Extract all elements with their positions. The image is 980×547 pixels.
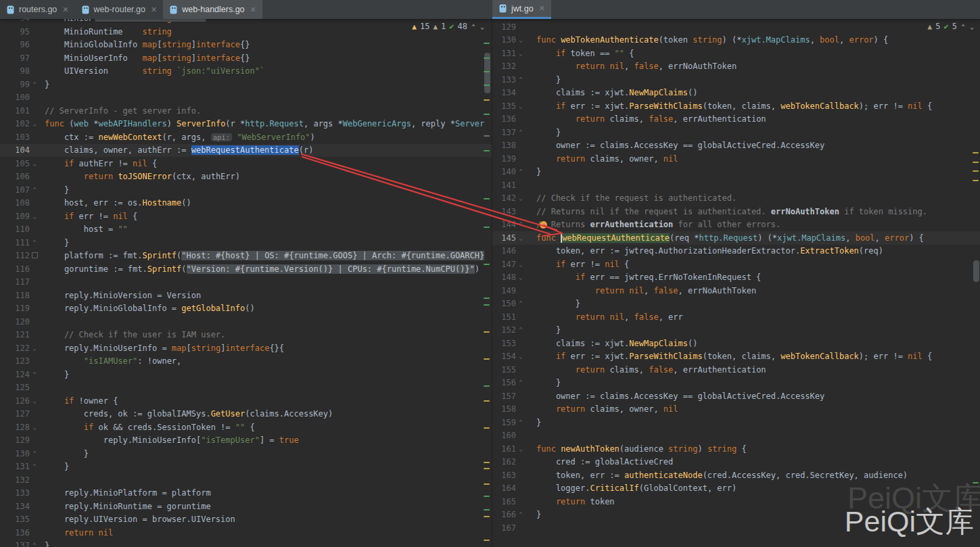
code-line[interactable]: 138 owner := claims.AccessKey == globalA…	[492, 139, 980, 153]
fold-marker[interactable]: ⌄	[516, 446, 526, 452]
code-text[interactable]: }	[536, 299, 980, 308]
code-line[interactable]: 129 reply.MinioUserInfo["isTempUser"] = …	[0, 434, 492, 448]
code-text[interactable]: MinioUserInfo map[string]interface{}	[45, 53, 492, 63]
error-stripe-mark[interactable]	[484, 71, 490, 72]
fold-marker[interactable]: ⌄	[516, 195, 526, 201]
code-line[interactable]: 154⌄ if err := xjwt.ParseWithClaims(toke…	[492, 350, 980, 364]
code-text[interactable]: }	[536, 128, 980, 137]
line-number[interactable]: 96	[0, 40, 30, 49]
code-line[interactable]: 122⌄ reply.MinioUserInfo = map[string]in…	[0, 341, 492, 355]
code-line[interactable]: 133 reply.MinioPlatform = platform	[0, 487, 492, 500]
code-text[interactable]: // ServerInfo - get server info.	[45, 106, 492, 116]
fold-marker[interactable]: ⌄	[30, 160, 39, 167]
code-text[interactable]: "isIAMUser": !owner,	[45, 356, 492, 366]
line-number[interactable]: 145	[492, 233, 516, 243]
error-stripe-mark[interactable]	[484, 462, 490, 463]
code-text[interactable]: return claims, owner, nil	[536, 154, 980, 164]
code-text[interactable]: platform := fmt.Sprintf("Host: #{host} |…	[45, 251, 492, 260]
line-number[interactable]: 165	[492, 497, 516, 506]
line-number[interactable]: 110	[0, 224, 30, 234]
code-text[interactable]: // Check if the user is IAM user.	[45, 330, 492, 339]
code-line[interactable]: 149 return nil, false, errNoAuthToken	[492, 284, 980, 298]
scrollbar-thumb-right[interactable]	[973, 260, 979, 282]
code-line[interactable]: 110 host = ""	[0, 223, 492, 237]
code-line[interactable]: 166⌃}	[492, 508, 980, 522]
tab-web-router-go[interactable]: web-router.go ✕	[75, 0, 164, 19]
bookmark-dot-icon[interactable]	[540, 221, 547, 229]
code-line[interactable]: 130⌄func webTokenAuthenticate(token stri…	[492, 34, 980, 47]
code-line[interactable]: 155 return claims, false, errAuthenticat…	[492, 363, 980, 377]
error-stripe-mark[interactable]	[973, 170, 979, 172]
line-number[interactable]: 159	[492, 418, 516, 427]
code-line[interactable]: 146 token, err := jwtreq.AuthorizationHe…	[492, 245, 980, 258]
error-stripe-mark[interactable]	[484, 358, 490, 360]
line-number[interactable]: 99	[0, 80, 30, 89]
fold-marker[interactable]: ⌃	[516, 300, 526, 307]
fold-marker[interactable]: ⌃	[30, 371, 39, 378]
error-stripe-mark[interactable]	[484, 135, 490, 137]
code-line[interactable]: 134 reply.MinioRuntime = goruntime	[0, 500, 492, 513]
code-line[interactable]: 129	[492, 20, 980, 34]
line-number[interactable]: 129	[0, 435, 30, 445]
code-text[interactable]: return claims, false, errAuthentication	[536, 365, 980, 375]
line-number[interactable]: 130	[492, 35, 516, 45]
line-number[interactable]: 119	[0, 304, 30, 313]
code-line[interactable]: 164 logger.CriticalIf(GlobalContext, err…	[492, 482, 980, 496]
code-text[interactable]: reply.MinioGlobalInfo = getGlobalInfo()	[45, 304, 492, 313]
code-line[interactable]: 123 "isIAMUser": !owner,	[0, 355, 492, 368]
code-text[interactable]: if token == "" {	[536, 49, 980, 58]
tab-close-icon[interactable]: ✕	[151, 5, 157, 14]
code-line[interactable]: 120	[0, 315, 492, 329]
error-stripe-mark[interactable]	[484, 427, 490, 429]
code-text[interactable]: reply.MinioVersion = Version	[45, 291, 492, 300]
next-issue-chevron-icon[interactable]: ⌄	[480, 23, 485, 30]
line-number[interactable]: 164	[492, 483, 516, 493]
code-line[interactable]: 124⌃ }	[0, 368, 492, 381]
code-line[interactable]: 162 cred := globalActiveCred	[492, 456, 980, 469]
code-text[interactable]: }	[45, 185, 492, 195]
fold-marker[interactable]: ⌄	[516, 261, 526, 268]
line-number[interactable]: 131	[0, 462, 30, 471]
code-line[interactable]: 159⌃}	[492, 416, 980, 429]
code-text[interactable]: if err == jwtreq.ErrNoTokenInRequest {	[536, 272, 980, 282]
line-number[interactable]: 137	[0, 541, 30, 547]
code-line[interactable]: 145⌄func webRequestAuthenticate(req *htt…	[492, 231, 980, 245]
fold-marker[interactable]: ⌄	[30, 424, 39, 431]
fold-marker[interactable]: ⌄	[516, 235, 526, 241]
code-line[interactable]: 135⌄ if err := xjwt.ParseWithClaims(toke…	[492, 99, 980, 113]
line-number[interactable]: 125	[0, 383, 30, 392]
error-stripe-mark[interactable]	[484, 509, 490, 510]
line-number[interactable]: 143	[492, 207, 516, 216]
error-stripe-mark[interactable]	[484, 114, 490, 115]
line-number[interactable]: 134	[492, 88, 516, 97]
code-text[interactable]: // Check if the request is authenticated…	[536, 193, 980, 203]
code-line[interactable]: 97 MinioUserInfo map[string]interface{}	[0, 51, 492, 65]
code-text[interactable]: host, err := os.Hostname()	[45, 198, 492, 208]
code-line[interactable]: 104 claims, owner, authErr := webRequest…	[0, 144, 492, 158]
fold-marker[interactable]: ⌄	[516, 353, 526, 360]
code-text[interactable]: if authErr != nil {	[45, 159, 492, 168]
fold-marker[interactable]: ⌄	[516, 50, 526, 57]
line-number[interactable]: 141	[492, 181, 516, 190]
error-stripe-mark[interactable]	[484, 85, 490, 86]
code-text[interactable]: reply.MinioPlatform = platform	[45, 488, 492, 498]
line-number[interactable]: 121	[0, 330, 30, 339]
line-number[interactable]: 154	[492, 352, 516, 361]
code-line[interactable]: 111⌃ }	[0, 236, 492, 249]
code-text[interactable]: }	[45, 449, 492, 458]
code-line[interactable]: 167	[492, 521, 980, 535]
error-stripe-mark[interactable]	[973, 482, 979, 483]
code-text[interactable]: // Returns nil if the request is authent…	[536, 207, 980, 216]
code-line[interactable]: 109⌄ if err != nil {	[0, 210, 492, 223]
code-line[interactable]: 132 return nil, false, errNoAuthToken	[492, 60, 980, 74]
line-number[interactable]: 100	[0, 93, 30, 102]
line-number[interactable]: 139	[492, 154, 516, 164]
code-line[interactable]: 102⌄func (web *webAPIHandlers) ServerInf…	[0, 118, 492, 131]
code-line[interactable]: 153 claims := xjwt.NewMapClaims()	[492, 337, 980, 350]
code-text[interactable]: }	[45, 370, 492, 379]
line-number[interactable]: 150	[492, 299, 516, 308]
fold-marker[interactable]: ⌄	[30, 213, 39, 220]
line-number[interactable]: 147	[492, 260, 516, 269]
error-stripe-mark[interactable]	[973, 162, 979, 163]
code-line[interactable]: 128⌄ if ok && creds.SessionToken != "" {	[0, 421, 492, 434]
